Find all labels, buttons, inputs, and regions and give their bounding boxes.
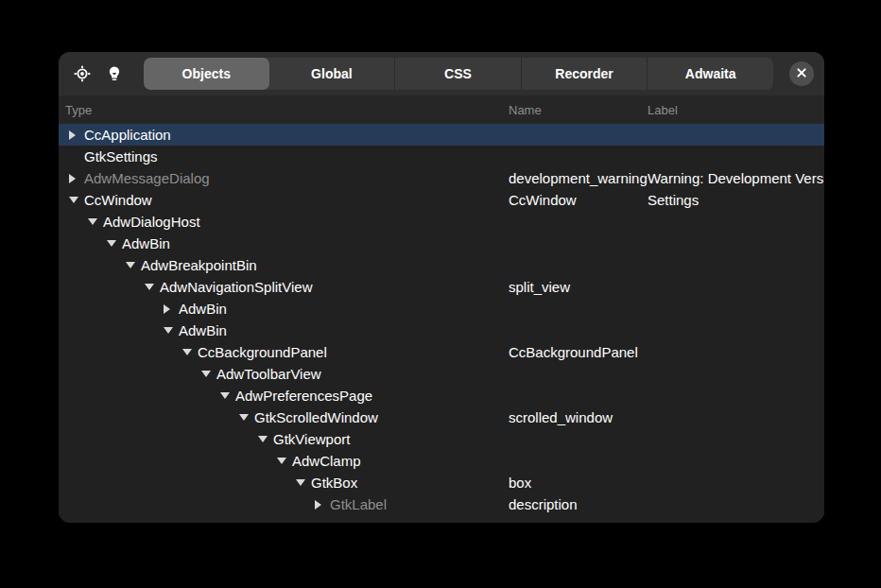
tree-cell-name: description (509, 496, 648, 512)
type-text: GtkBox (311, 475, 357, 491)
tab-global[interactable]: Global (269, 58, 395, 90)
triangle-glyph (239, 414, 249, 421)
expander-open-icon[interactable] (218, 385, 235, 406)
type-text: GtkSettings (84, 148, 158, 164)
tab-objects[interactable]: Objects (144, 58, 269, 90)
tree-cell-type: AdwDialogHost (59, 211, 509, 233)
tree-cell-type: AdwBin (59, 320, 509, 341)
tree-row[interactable]: AdwBreakpointBin (59, 254, 824, 276)
tree-cell-label: Settings (648, 192, 824, 208)
tree-row[interactable]: GtkViewport (59, 428, 824, 450)
tab-adwaita[interactable]: Adwaita (647, 58, 773, 90)
tab-recorder[interactable]: Recorder (521, 58, 648, 90)
tree-cell-type: AdwPreferencesPage (59, 385, 509, 406)
column-header-type[interactable]: Type (59, 103, 509, 117)
tree-row[interactable]: AdwBin (59, 233, 824, 254)
type-text: AdwDialogHost (103, 214, 200, 230)
tree-cell-type: AdwBin (59, 233, 509, 254)
expander-open-icon[interactable] (67, 189, 84, 211)
node-picker-button[interactable] (66, 58, 98, 90)
tree-row[interactable]: GtkScrolledWindowscrolled_window (59, 406, 824, 428)
expander-open-icon[interactable] (105, 233, 122, 254)
tree-row[interactable]: AdwClamp (59, 450, 824, 472)
triangle-glyph (277, 458, 286, 464)
tree-cell-type: AdwClamp (59, 450, 509, 472)
tree-row[interactable]: AdwMessageDialogdevelopment_warningWarni… (59, 167, 824, 189)
tab-css[interactable]: CSS (394, 58, 521, 90)
expander-closed-icon[interactable] (67, 124, 84, 146)
type-text: AdwToolbarView (216, 366, 321, 382)
tree-row[interactable]: CcWindowCcWindowSettings (59, 189, 824, 211)
triangle-glyph (69, 174, 76, 183)
tree-cell-type: GtkScrolledWindow (59, 406, 509, 428)
tree-cell-name: development_warning (509, 170, 648, 186)
tree-cell-type: AdwToolbarView (59, 363, 509, 385)
tree-cell-name: CcBackgroundPanel (509, 344, 648, 360)
column-headers: Type Name Label (59, 95, 824, 124)
expander-closed-icon[interactable] (313, 493, 330, 515)
triangle-glyph (69, 130, 76, 140)
tree-row[interactable]: AdwBin (59, 320, 824, 341)
expander-open-icon[interactable] (86, 211, 103, 233)
object-tree: CcApplicationGtkSettingsAdwMessageDialog… (59, 124, 824, 515)
type-text: GtkScrolledWindow (254, 409, 378, 425)
close-button[interactable] (789, 61, 814, 86)
tree-cell-label: Warning: Development Version (648, 170, 824, 186)
expander-closed-icon[interactable] (162, 298, 179, 320)
tree-row[interactable]: GtkSettings (59, 146, 824, 167)
tree-row[interactable]: GtkLabeldescription (59, 493, 824, 515)
node-picker-icon (74, 65, 91, 82)
tree-row[interactable]: AdwNavigationSplitViewsplit_view (59, 276, 824, 298)
tree-cell-name: scrolled_window (509, 409, 648, 425)
triangle-glyph (69, 197, 78, 203)
tree-cell-type: GtkLabel (59, 493, 509, 515)
close-icon (796, 65, 807, 82)
triangle-glyph (182, 349, 192, 355)
tree-row[interactable]: CcBackgroundPanelCcBackgroundPanel (59, 341, 824, 363)
type-text: AdwBreakpointBin (141, 257, 257, 273)
expander-open-icon[interactable] (162, 320, 179, 341)
tree-row[interactable]: AdwDialogHost (59, 211, 824, 233)
tree-row[interactable]: AdwPreferencesPage (59, 385, 824, 406)
tree-cell-type: CcApplication (59, 124, 509, 146)
triangle-glyph (258, 436, 268, 442)
tree-row[interactable]: AdwBin (59, 298, 824, 320)
expander-open-icon[interactable] (181, 341, 198, 363)
type-text: AdwBin (179, 322, 227, 338)
type-text: AdwMessageDialog (84, 170, 210, 186)
expander-open-icon[interactable] (294, 472, 311, 493)
expander-placeholder (67, 146, 84, 167)
triangle-glyph (201, 371, 211, 377)
tree-row[interactable]: AdwToolbarView (59, 363, 824, 385)
tree-cell-name: CcWindow (509, 192, 648, 208)
expander-closed-icon[interactable] (67, 167, 84, 189)
tree-row[interactable]: GtkBoxbox (59, 472, 824, 493)
triangle-glyph (220, 392, 230, 399)
expander-open-icon[interactable] (143, 276, 160, 298)
triangle-glyph (296, 479, 305, 486)
type-text: AdwClamp (292, 453, 361, 469)
expander-open-icon[interactable] (256, 428, 273, 450)
tree-cell-type: CcBackgroundPanel (59, 341, 509, 363)
expander-open-icon[interactable] (275, 450, 292, 472)
expander-open-icon[interactable] (199, 363, 216, 385)
type-text: AdwBin (122, 235, 170, 251)
expander-open-icon[interactable] (124, 254, 141, 276)
column-header-label[interactable]: Label (648, 103, 824, 117)
triangle-glyph (164, 304, 170, 314)
tree-cell-type: AdwBreakpointBin (59, 254, 509, 276)
theme-toggle-button[interactable] (98, 58, 130, 90)
headerbar: ObjectsGlobalCSSRecorderAdwaita (59, 52, 824, 95)
tree-row[interactable]: CcApplication (59, 124, 824, 146)
triangle-glyph (126, 262, 135, 268)
type-text: CcWindow (84, 192, 152, 208)
tree-cell-type: AdwNavigationSplitView (59, 276, 509, 298)
expander-open-icon[interactable] (237, 406, 254, 428)
triangle-glyph (145, 284, 154, 290)
tree-cell-name: box (509, 475, 648, 491)
type-text: CcApplication (84, 127, 171, 143)
tree-cell-type: GtkViewport (59, 428, 509, 450)
column-header-name[interactable]: Name (509, 103, 648, 117)
type-text: AdwBin (179, 301, 227, 317)
type-text: GtkLabel (330, 496, 387, 512)
